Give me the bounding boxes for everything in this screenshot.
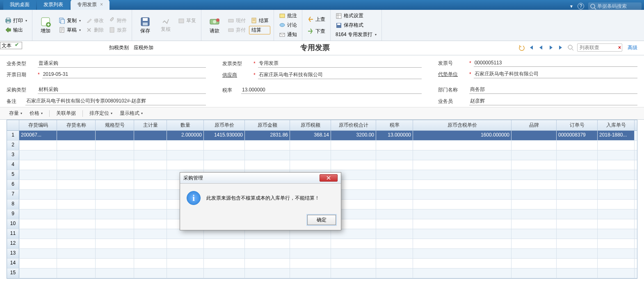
dialog-message: 此发票来源包含不核算成本的入库单行，不能结算！	[206, 195, 320, 202]
dialog-ok-button[interactable]: 确定	[307, 215, 336, 225]
dialog-close-button[interactable]	[320, 174, 338, 182]
dialog: 采购管理 i 此发票来源包含不核算成本的入库单行，不能结算！ 确定	[180, 172, 341, 230]
modal-overlay: 采购管理 i 此发票来源包含不核算成本的入库单行，不能结算！ 确定	[0, 0, 644, 289]
info-icon: i	[187, 191, 201, 205]
dialog-title: 采购管理	[183, 175, 203, 182]
